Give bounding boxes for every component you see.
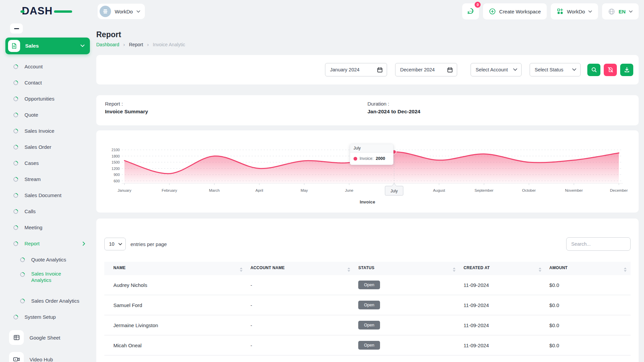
messages-button[interactable]: 0 bbox=[462, 3, 479, 19]
sidebar-item-google-sheet[interactable]: Google Sheet bbox=[9, 328, 90, 347]
bullet-icon bbox=[12, 128, 19, 134]
account-select[interactable]: Select Account bbox=[471, 63, 522, 76]
chart-legend: Invoice bbox=[103, 199, 632, 204]
sidebar-item-stream[interactable]: Stream bbox=[5, 171, 90, 187]
chevron-down-icon bbox=[588, 10, 592, 13]
logo-accent-bar bbox=[54, 10, 72, 13]
sidebar-item-sales-document[interactable]: Sales Document bbox=[5, 187, 90, 203]
bullet-icon bbox=[19, 256, 26, 263]
bullet-icon bbox=[12, 240, 19, 247]
bullet-icon bbox=[12, 192, 19, 199]
calendar-icon bbox=[447, 67, 453, 73]
messages-badge: 0 bbox=[475, 2, 481, 8]
clear-slash-icon bbox=[607, 67, 613, 73]
video-camera-icon bbox=[13, 356, 20, 362]
sidebar-item-calls[interactable]: Calls bbox=[5, 203, 90, 220]
breadcrumb-separator: › bbox=[123, 42, 125, 47]
sidebar-menu: Account Contact Opportunities Quote Sale… bbox=[5, 54, 90, 325]
table-row[interactable]: Samuel Ford - Open 11-09-2024 $0.0 bbox=[104, 295, 631, 315]
bullet-icon bbox=[12, 208, 19, 215]
sidebar-item-account[interactable]: Account bbox=[5, 59, 90, 75]
entries-per-page-select[interactable]: 10 bbox=[104, 238, 126, 250]
svg-text:April: April bbox=[255, 188, 263, 192]
table-row[interactable]: Micah Oneal - Open 11-09-2024 $0.0 bbox=[104, 335, 631, 355]
sales-group-label: Sales bbox=[25, 43, 39, 49]
sidebar-item-quote-analytics[interactable]: Quote Analytics bbox=[5, 252, 90, 268]
workspace-name: WorkDo bbox=[115, 9, 133, 14]
column-header-account-name[interactable]: ACCOUNT NAME bbox=[247, 262, 355, 275]
table-controls: 10 entries per page bbox=[104, 237, 631, 251]
chevron-down-icon bbox=[572, 68, 576, 71]
breadcrumb: Dashboard › Report › Invoice Analytic bbox=[96, 42, 639, 47]
sidebar-item-opportunities[interactable]: Opportunities bbox=[5, 91, 90, 107]
create-workspace-button[interactable]: Create Workspace bbox=[483, 3, 547, 19]
column-header-amount[interactable]: AMOUNT bbox=[545, 262, 631, 275]
sidebar-item-contact[interactable]: Contact bbox=[5, 75, 90, 91]
app-menu-button[interactable]: WorkDo bbox=[551, 3, 598, 19]
status-select[interactable]: Select Status bbox=[530, 63, 581, 76]
invoices-table-card: 10 entries per page NAME ACCOUNT NAME ST… bbox=[96, 219, 639, 362]
cell-created-at: 11-09-2024 bbox=[460, 275, 545, 295]
cell-name: Samuel Ford bbox=[104, 295, 247, 315]
duration-label: Duration : bbox=[368, 101, 630, 107]
svg-text:1200: 1200 bbox=[112, 167, 120, 171]
sidebar-item-meeting[interactable]: Meeting bbox=[5, 220, 90, 236]
column-header-status[interactable]: STATUS bbox=[354, 262, 460, 275]
topbar: DASH WorkDo 0 Create Workspac bbox=[0, 0, 644, 23]
workspace-switcher[interactable]: WorkDo bbox=[98, 4, 145, 19]
report-summary: Report : Invoice Summary bbox=[105, 101, 368, 120]
sort-icon[interactable] bbox=[240, 267, 243, 272]
bullet-icon bbox=[12, 224, 19, 231]
start-month-input[interactable]: January 2024 bbox=[325, 63, 387, 76]
apply-filter-button[interactable] bbox=[587, 64, 600, 76]
report-summary-card: Report : Invoice Summary Duration : Jan-… bbox=[96, 95, 639, 125]
column-header-name[interactable]: NAME bbox=[104, 262, 247, 275]
sort-icon[interactable] bbox=[624, 267, 627, 272]
svg-text:1500: 1500 bbox=[112, 160, 120, 164]
status-badge: Open bbox=[358, 321, 380, 329]
language-button[interactable]: EN bbox=[602, 3, 639, 19]
clear-filter-button[interactable] bbox=[604, 64, 617, 76]
tooltip-series-label: Invoice: bbox=[360, 156, 373, 161]
breadcrumb-separator: › bbox=[147, 42, 149, 47]
svg-text:December: December bbox=[610, 188, 628, 192]
table-search-input[interactable] bbox=[566, 237, 631, 251]
sidebar-item-quote[interactable]: Quote bbox=[5, 107, 90, 123]
download-button[interactable] bbox=[620, 64, 633, 76]
bullet-icon bbox=[19, 271, 26, 278]
dash-logo: DASH bbox=[22, 5, 65, 18]
invoices-table: NAME ACCOUNT NAME STATUS CREATED AT AMOU… bbox=[104, 262, 631, 356]
duration-summary: Duration : Jan-2024 to Dec-2024 bbox=[368, 101, 630, 120]
table-grid-icon bbox=[13, 334, 20, 341]
table-row[interactable]: Audrey Nichols - Open 11-09-2024 $0.0 bbox=[104, 275, 631, 295]
chevron-right-icon bbox=[83, 242, 85, 246]
sidebar-item-sales-invoice-analytics[interactable]: Sales Invoice Analytics bbox=[5, 268, 90, 293]
sidebar-item-cases[interactable]: Cases bbox=[5, 155, 90, 171]
column-header-created-at[interactable]: CREATED AT bbox=[460, 262, 545, 275]
sidebar-toggle-button[interactable] bbox=[10, 23, 23, 34]
calendar-icon bbox=[377, 67, 383, 73]
status-badge: Open bbox=[358, 281, 380, 289]
sidebar-item-sales-invoice[interactable]: Sales Invoice bbox=[5, 123, 90, 139]
status-badge: Open bbox=[358, 341, 380, 350]
sidebar-item-report[interactable]: Report bbox=[5, 236, 90, 252]
sidebar-group-sales[interactable]: Sales bbox=[5, 38, 90, 54]
breadcrumb-dashboard[interactable]: Dashboard bbox=[96, 42, 119, 47]
sidebar-item-sales-order[interactable]: Sales Order bbox=[5, 139, 90, 155]
sidebar-item-system-setup[interactable]: System Setup bbox=[5, 309, 90, 325]
sort-icon[interactable] bbox=[453, 267, 455, 272]
sort-icon[interactable] bbox=[347, 267, 350, 272]
sidebar-item-sales-order-analytics[interactable]: Sales Order Analytics bbox=[5, 293, 90, 309]
svg-text:November: November bbox=[565, 188, 583, 192]
sort-icon[interactable] bbox=[539, 267, 541, 272]
bullet-icon bbox=[19, 298, 26, 304]
bullet-icon bbox=[12, 314, 19, 320]
cell-created-at: 11-09-2024 bbox=[460, 315, 545, 335]
table-row[interactable]: Jermaine Livingston - Open 11-09-2024 $0… bbox=[104, 315, 631, 335]
svg-text:1800: 1800 bbox=[112, 154, 120, 158]
end-month-input[interactable]: December 2024 bbox=[395, 63, 457, 76]
cell-amount: $0.0 bbox=[545, 295, 631, 315]
bullet-icon bbox=[12, 160, 19, 167]
breadcrumb-report[interactable]: Report bbox=[129, 42, 143, 47]
sidebar-item-video-hub[interactable]: Video Hub bbox=[9, 350, 90, 362]
